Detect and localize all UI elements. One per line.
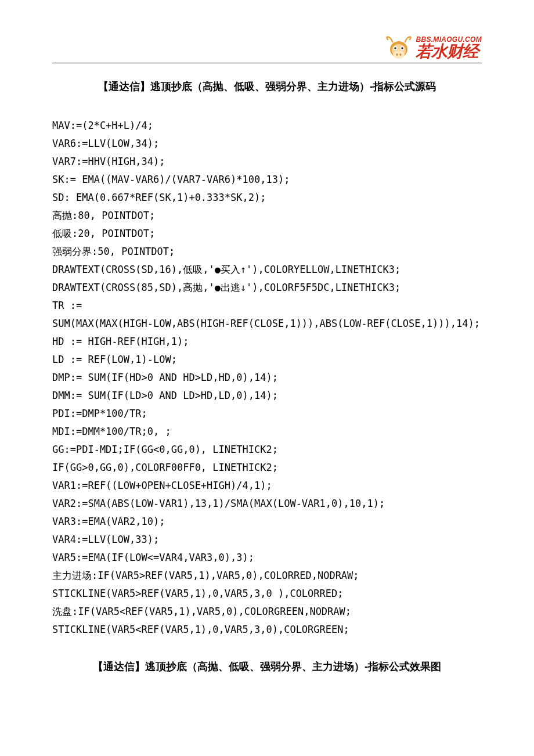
formula-source-code: MAV:=(2*C+H+L)/4; VAR6:=LLV(LOW,34); VAR… — [52, 117, 482, 639]
bull-mascot-icon — [384, 35, 413, 60]
site-logo: BBS.MIAOGU.COM 若水财经 — [384, 35, 482, 60]
document-page: BBS.MIAOGU.COM 若水财经 【通达信】逃顶抄底（高抛、低吸、强弱分界… — [0, 0, 534, 708]
article-subtitle: 【通达信】逃顶抄底（高抛、低吸、强弱分界、主力进场）-指标公式效果图 — [52, 660, 482, 674]
svg-point-8 — [400, 53, 402, 56]
page-header: BBS.MIAOGU.COM 若水财经 — [52, 35, 482, 63]
logo-url: BBS.MIAOGU.COM — [416, 36, 482, 43]
logo-text-block: BBS.MIAOGU.COM 若水财经 — [416, 36, 482, 60]
article-title: 【通达信】逃顶抄底（高抛、低吸、强弱分界、主力进场）-指标公式源码 — [52, 80, 482, 93]
logo-cn: 若水财经 — [416, 44, 482, 60]
svg-point-7 — [396, 53, 398, 56]
svg-point-5 — [395, 47, 397, 49]
svg-point-6 — [402, 47, 404, 49]
svg-point-2 — [393, 51, 405, 59]
